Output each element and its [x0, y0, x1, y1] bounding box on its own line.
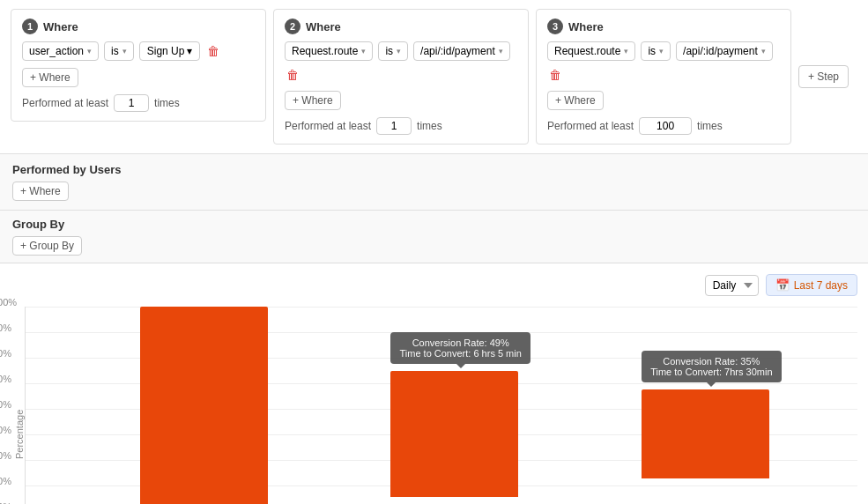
chevron-down-icon: ▾: [187, 45, 192, 57]
chart-tooltip-2: Conversion Rate: 49%Time to Convert: 6 h…: [390, 332, 530, 364]
chevron-down-icon: ▾: [361, 47, 366, 56]
step-2-add-where-row: + Where: [285, 91, 517, 110]
chart-tooltip-3: Conversion Rate: 35%Time to Convert: 7hr…: [642, 351, 781, 382]
performed-by-users-section: Performed by Users + Where: [0, 154, 868, 211]
chart-section: Daily 📅 Last 7 days Percentage 100%90%80…: [0, 263, 868, 504]
step-3-header: 3 Where: [547, 19, 780, 34]
chevron-down-icon: ▾: [499, 47, 503, 56]
step-2-filter1-select[interactable]: Request.route ▾: [285, 41, 373, 61]
step-3-filter3-select[interactable]: /api/:id/payment ▾: [676, 41, 773, 61]
step-2-filter-row: Request.route ▾ is ▾ /api/:id/payment ▾ …: [285, 41, 517, 84]
step-2-filter2-select[interactable]: is ▾: [378, 41, 408, 61]
chart-grid: 100%90%80%70%60%50%40%30%20%10%0% Conver…: [25, 307, 857, 504]
performed-add-where-button[interactable]: + Where: [12, 182, 69, 201]
chart-bar-2: Conversion Rate: 49%Time to Convert: 6 h…: [390, 371, 518, 496]
group-by-button[interactable]: + Group By: [12, 236, 82, 256]
calendar-icon: 📅: [775, 278, 790, 292]
y-axis-tick-label: 60%: [0, 399, 11, 410]
step-2-delete-button[interactable]: 🗑: [285, 66, 300, 84]
step-1-filter2-select[interactable]: is ▾: [104, 41, 134, 61]
step-1-add-where-button[interactable]: + Where: [22, 68, 78, 87]
step-1-filter1-select[interactable]: user_action ▾: [22, 41, 99, 61]
y-axis-tick-label: 70%: [0, 374, 11, 384]
step-1-times-input[interactable]: [114, 94, 149, 112]
y-axis-tick-label: 80%: [0, 348, 11, 359]
step-3-times-input[interactable]: [639, 117, 692, 135]
filter-section: 1 Where user_action ▾ is ▾ Sign Up ▾: [0, 0, 868, 154]
performed-by-users-label: Performed by Users: [12, 163, 856, 176]
chevron-down-icon: ▾: [659, 47, 664, 56]
chevron-down-icon: ▾: [624, 47, 628, 56]
chart-bar-1: [140, 307, 268, 504]
step-2-times-input[interactable]: [376, 117, 412, 135]
step-1-filter3-select[interactable]: Sign Up ▾: [139, 41, 201, 61]
y-axis-tick-label: 40%: [0, 450, 11, 461]
chevron-down-icon: ▾: [122, 47, 127, 56]
step-2-header: 2 Where: [285, 19, 517, 34]
step-1-add-where-row: + Where: [22, 68, 255, 87]
step-2-title: Where: [306, 20, 341, 33]
step-1-header: 1 Where: [22, 19, 255, 34]
y-axis-tick-label: 50%: [0, 425, 11, 435]
y-axis-tick-label: 90%: [0, 322, 11, 333]
step-3-delete-button[interactable]: 🗑: [547, 66, 563, 84]
step-1-delete-button[interactable]: 🗑: [205, 42, 221, 60]
step-3-title: Where: [568, 20, 604, 33]
bar-group: [140, 307, 268, 504]
add-step-button[interactable]: + Step: [798, 65, 849, 88]
step-1-number: 1: [22, 19, 38, 34]
chevron-down-icon: ▾: [87, 47, 92, 56]
steps-row: 1 Where user_action ▾ is ▾ Sign Up ▾: [11, 9, 857, 145]
y-axis-label: Percentage: [11, 307, 25, 504]
step-3-performed-row: Performed at least times: [547, 117, 780, 135]
y-axis-tick-label: 30%: [0, 476, 11, 486]
chevron-down-icon: ▾: [761, 47, 766, 56]
step-card-3: 3 Where Request.route ▾ is ▾ /api/:id/pa…: [536, 9, 791, 145]
daily-select[interactable]: Daily: [705, 275, 759, 296]
group-by-label: Group By: [12, 218, 856, 231]
step-3-filter1-select[interactable]: Request.route ▾: [547, 41, 635, 61]
step-2-add-where-button[interactable]: + Where: [285, 91, 341, 110]
group-by-section: Group By + Group By: [0, 211, 868, 263]
bar-group: Conversion Rate: 49%Time to Convert: 6 h…: [390, 307, 518, 504]
step-1-title: Where: [43, 20, 78, 33]
chart-bar-3: Conversion Rate: 35%Time to Convert: 7hr…: [642, 389, 769, 479]
step-3-add-where-button[interactable]: + Where: [547, 91, 604, 110]
bar-group: Conversion Rate: 35%Time to Convert: 7hr…: [642, 307, 769, 504]
chart-wrapper: Percentage 100%90%80%70%60%50%40%30%20%1…: [11, 307, 857, 504]
step-2-number: 2: [285, 19, 300, 34]
y-axis-tick-label: 100%: [0, 297, 17, 308]
step-2-filter3-select[interactable]: /api/:id/payment ▾: [413, 41, 510, 61]
chart-controls: Daily 📅 Last 7 days: [11, 274, 857, 296]
step-2-performed-row: Performed at least times: [285, 117, 517, 135]
step-3-number: 3: [547, 19, 563, 34]
step-card-2: 2 Where Request.route ▾ is ▾ /api/:id/pa…: [273, 9, 529, 145]
step-1-performed-row: Performed at least times: [22, 94, 255, 112]
step-card-1: 1 Where user_action ▾ is ▾ Sign Up ▾: [11, 9, 266, 122]
bars-container: Conversion Rate: 49%Time to Convert: 6 h…: [52, 307, 857, 504]
step-3-filter-row: Request.route ▾ is ▾ /api/:id/payment ▾ …: [547, 41, 780, 84]
step-3-add-where-row: + Where: [547, 91, 780, 110]
date-range-button[interactable]: 📅 Last 7 days: [766, 274, 857, 296]
step-3-filter2-select[interactable]: is ▾: [641, 41, 671, 61]
chart-inner: 100%90%80%70%60%50%40%30%20%10%0% Conver…: [25, 307, 857, 504]
chevron-down-icon: ▾: [397, 47, 401, 56]
step-1-filter-row: user_action ▾ is ▾ Sign Up ▾ 🗑: [22, 41, 255, 61]
